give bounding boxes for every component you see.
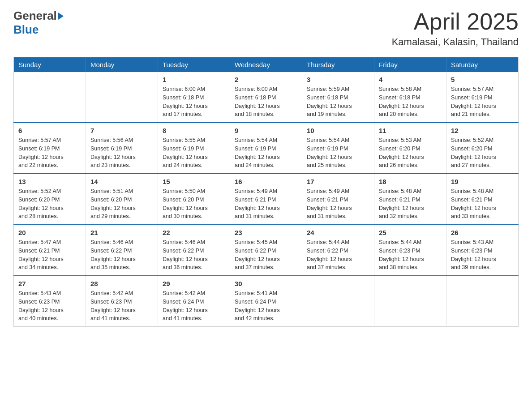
- day-number: 7: [90, 127, 153, 134]
- day-number: 9: [235, 127, 297, 134]
- weekday-header-tuesday: Tuesday: [158, 57, 230, 73]
- calendar-cell: 8Sunrise: 5:55 AMSunset: 6:19 PMDaylight…: [158, 123, 230, 174]
- day-number: 16: [235, 178, 297, 185]
- day-number: 29: [163, 280, 225, 287]
- calendar-week-row: 1Sunrise: 6:00 AMSunset: 6:18 PMDaylight…: [14, 72, 519, 123]
- weekday-header-wednesday: Wednesday: [230, 57, 302, 73]
- calendar-cell: [86, 72, 158, 123]
- day-info: Sunrise: 5:44 AMSunset: 6:23 PMDaylight:…: [379, 238, 442, 272]
- calendar-week-row: 27Sunrise: 5:43 AMSunset: 6:23 PMDayligh…: [14, 276, 519, 327]
- weekday-header-monday: Monday: [86, 57, 158, 73]
- day-info: Sunrise: 5:48 AMSunset: 6:21 PMDaylight:…: [379, 187, 442, 221]
- day-number: 21: [90, 229, 153, 236]
- day-number: 28: [90, 280, 153, 287]
- calendar-cell: [302, 276, 374, 327]
- calendar-cell: 6Sunrise: 5:57 AMSunset: 6:19 PMDaylight…: [14, 123, 86, 174]
- calendar-cell: 16Sunrise: 5:49 AMSunset: 6:21 PMDayligh…: [230, 174, 302, 225]
- calendar-cell: 13Sunrise: 5:52 AMSunset: 6:20 PMDayligh…: [14, 174, 86, 225]
- day-info: Sunrise: 6:00 AMSunset: 6:18 PMDaylight:…: [163, 85, 225, 119]
- day-info: Sunrise: 6:00 AMSunset: 6:18 PMDaylight:…: [235, 85, 297, 119]
- calendar-cell: 14Sunrise: 5:51 AMSunset: 6:20 PMDayligh…: [86, 174, 158, 225]
- calendar-cell: 1Sunrise: 6:00 AMSunset: 6:18 PMDaylight…: [158, 72, 230, 123]
- day-number: 6: [18, 127, 81, 134]
- day-number: 12: [451, 127, 514, 134]
- day-number: 1: [163, 76, 225, 83]
- logo-general-text: General: [13, 9, 57, 23]
- day-number: 15: [163, 178, 225, 185]
- calendar-table: SundayMondayTuesdayWednesdayThursdayFrid…: [13, 57, 519, 327]
- title-section: April 2025 Kamalasai, Kalasin, Thailand: [392, 9, 519, 48]
- day-info: Sunrise: 5:56 AMSunset: 6:19 PMDaylight:…: [90, 136, 153, 170]
- day-number: 27: [18, 280, 81, 287]
- calendar-cell: 7Sunrise: 5:56 AMSunset: 6:19 PMDaylight…: [86, 123, 158, 174]
- weekday-header-saturday: Saturday: [446, 57, 519, 73]
- calendar-cell: 28Sunrise: 5:42 AMSunset: 6:23 PMDayligh…: [86, 276, 158, 327]
- calendar-cell: [14, 72, 86, 123]
- day-info: Sunrise: 5:42 AMSunset: 6:23 PMDaylight:…: [90, 289, 153, 323]
- location-title: Kamalasai, Kalasin, Thailand: [392, 36, 519, 48]
- day-info: Sunrise: 5:44 AMSunset: 6:22 PMDaylight:…: [307, 238, 369, 272]
- calendar-cell: 15Sunrise: 5:50 AMSunset: 6:20 PMDayligh…: [158, 174, 230, 225]
- day-number: 20: [18, 229, 81, 236]
- calendar-cell: 24Sunrise: 5:44 AMSunset: 6:22 PMDayligh…: [302, 225, 374, 276]
- calendar-cell: 2Sunrise: 6:00 AMSunset: 6:18 PMDaylight…: [230, 72, 302, 123]
- day-info: Sunrise: 5:50 AMSunset: 6:20 PMDaylight:…: [163, 187, 225, 221]
- calendar-cell: 20Sunrise: 5:47 AMSunset: 6:21 PMDayligh…: [14, 225, 86, 276]
- day-info: Sunrise: 5:47 AMSunset: 6:21 PMDaylight:…: [18, 238, 81, 272]
- day-info: Sunrise: 5:54 AMSunset: 6:19 PMDaylight:…: [307, 136, 369, 170]
- day-info: Sunrise: 5:55 AMSunset: 6:19 PMDaylight:…: [163, 136, 225, 170]
- calendar-cell: 19Sunrise: 5:48 AMSunset: 6:21 PMDayligh…: [446, 174, 519, 225]
- logo-blue-text: Blue: [13, 23, 39, 36]
- day-number: 11: [379, 127, 442, 134]
- calendar-cell: 9Sunrise: 5:54 AMSunset: 6:19 PMDaylight…: [230, 123, 302, 174]
- calendar-cell: [446, 276, 519, 327]
- day-number: 14: [90, 178, 153, 185]
- day-info: Sunrise: 5:54 AMSunset: 6:19 PMDaylight:…: [235, 136, 297, 170]
- page-header: General Blue April 2025 Kamalasai, Kalas…: [13, 9, 519, 48]
- calendar-cell: 3Sunrise: 5:59 AMSunset: 6:18 PMDaylight…: [302, 72, 374, 123]
- day-number: 19: [451, 178, 514, 185]
- day-number: 2: [235, 76, 297, 83]
- day-info: Sunrise: 5:43 AMSunset: 6:23 PMDaylight:…: [451, 238, 514, 272]
- day-number: 13: [18, 178, 81, 185]
- day-info: Sunrise: 5:46 AMSunset: 6:22 PMDaylight:…: [90, 238, 153, 272]
- day-number: 23: [235, 229, 297, 236]
- day-info: Sunrise: 5:43 AMSunset: 6:23 PMDaylight:…: [18, 289, 81, 323]
- calendar-cell: 12Sunrise: 5:52 AMSunset: 6:20 PMDayligh…: [446, 123, 519, 174]
- calendar-cell: [374, 276, 446, 327]
- day-number: 26: [451, 229, 514, 236]
- day-info: Sunrise: 5:41 AMSunset: 6:24 PMDaylight:…: [235, 289, 297, 323]
- day-number: 10: [307, 127, 369, 134]
- calendar-cell: 27Sunrise: 5:43 AMSunset: 6:23 PMDayligh…: [14, 276, 86, 327]
- day-info: Sunrise: 5:58 AMSunset: 6:18 PMDaylight:…: [379, 85, 442, 119]
- calendar-cell: 5Sunrise: 5:57 AMSunset: 6:19 PMDaylight…: [446, 72, 519, 123]
- day-info: Sunrise: 5:52 AMSunset: 6:20 PMDaylight:…: [18, 187, 81, 221]
- day-info: Sunrise: 5:57 AMSunset: 6:19 PMDaylight:…: [451, 85, 514, 119]
- day-info: Sunrise: 5:53 AMSunset: 6:20 PMDaylight:…: [379, 136, 442, 170]
- day-number: 4: [379, 76, 442, 83]
- day-info: Sunrise: 5:57 AMSunset: 6:19 PMDaylight:…: [18, 136, 81, 170]
- day-number: 30: [235, 280, 297, 287]
- calendar-header-row: SundayMondayTuesdayWednesdayThursdayFrid…: [14, 57, 519, 73]
- calendar-cell: 22Sunrise: 5:46 AMSunset: 6:22 PMDayligh…: [158, 225, 230, 276]
- day-number: 18: [379, 178, 442, 185]
- calendar-cell: 10Sunrise: 5:54 AMSunset: 6:19 PMDayligh…: [302, 123, 374, 174]
- day-number: 3: [307, 76, 369, 83]
- calendar-cell: 18Sunrise: 5:48 AMSunset: 6:21 PMDayligh…: [374, 174, 446, 225]
- calendar-cell: 29Sunrise: 5:42 AMSunset: 6:24 PMDayligh…: [158, 276, 230, 327]
- calendar-week-row: 13Sunrise: 5:52 AMSunset: 6:20 PMDayligh…: [14, 174, 519, 225]
- weekday-header-thursday: Thursday: [302, 57, 374, 73]
- weekday-header-friday: Friday: [374, 57, 446, 73]
- day-number: 8: [163, 127, 225, 134]
- calendar-cell: 11Sunrise: 5:53 AMSunset: 6:20 PMDayligh…: [374, 123, 446, 174]
- calendar-cell: 30Sunrise: 5:41 AMSunset: 6:24 PMDayligh…: [230, 276, 302, 327]
- calendar-week-row: 6Sunrise: 5:57 AMSunset: 6:19 PMDaylight…: [14, 123, 519, 174]
- day-info: Sunrise: 5:59 AMSunset: 6:18 PMDaylight:…: [307, 85, 369, 119]
- day-info: Sunrise: 5:52 AMSunset: 6:20 PMDaylight:…: [451, 136, 514, 170]
- calendar-cell: 26Sunrise: 5:43 AMSunset: 6:23 PMDayligh…: [446, 225, 519, 276]
- weekday-header-sunday: Sunday: [14, 57, 86, 73]
- day-number: 22: [163, 229, 225, 236]
- day-info: Sunrise: 5:49 AMSunset: 6:21 PMDaylight:…: [307, 187, 369, 221]
- calendar-cell: 17Sunrise: 5:49 AMSunset: 6:21 PMDayligh…: [302, 174, 374, 225]
- calendar-cell: 4Sunrise: 5:58 AMSunset: 6:18 PMDaylight…: [374, 72, 446, 123]
